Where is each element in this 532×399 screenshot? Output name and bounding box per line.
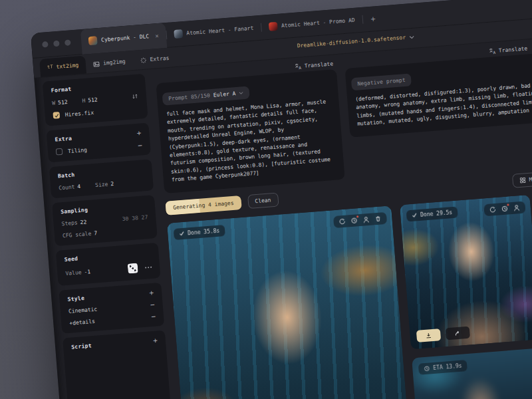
translate-button[interactable]: A Translate <box>294 60 333 70</box>
person-icon[interactable] <box>362 215 370 223</box>
matrix-view-button[interactable]: Matrix view <box>512 169 532 188</box>
model-name: Dreamlike-diffusion-1.0.safetensor <box>297 35 406 49</box>
section-title: Sampling <box>61 202 147 215</box>
translate-icon: A <box>488 47 496 55</box>
tab-divider <box>362 15 363 24</box>
clean-button[interactable]: Clean <box>247 192 279 209</box>
svg-text:A: A <box>299 65 302 70</box>
main-area: A Translate Prompt 85/150 Euler A full f… <box>144 33 532 399</box>
extra-section: Extra + Tiling − <box>47 123 151 163</box>
add-button[interactable]: + <box>153 338 158 342</box>
tiling-toggle[interactable]: Tiling − <box>56 142 142 155</box>
prompt-counter: Prompt 85/150 <box>168 92 210 102</box>
trash-icon[interactable] <box>374 215 382 222</box>
style-item[interactable]: Cinematic − <box>68 302 155 315</box>
txt2img-icon <box>47 65 53 70</box>
share-icon <box>454 329 462 336</box>
prompt-text[interactable]: full face mask and helmet, Mona Lisa, ar… <box>166 98 336 185</box>
translate-button[interactable]: A Translate <box>488 45 527 55</box>
regenerate-icon[interactable] <box>338 217 346 225</box>
batch-size-field[interactable]: 2 <box>110 181 114 187</box>
image-toolbar <box>333 211 387 227</box>
sampler-select[interactable]: Euler A <box>213 90 235 98</box>
window-controls <box>42 39 71 47</box>
check-icon <box>179 231 185 237</box>
steps-field[interactable]: 22 <box>80 219 86 225</box>
generating-image-3[interactable]: ETA 13.9s <box>412 348 532 399</box>
more-button[interactable] <box>145 266 152 268</box>
model-selector[interactable]: Dreamlike-diffusion-1.0.safetensor <box>297 34 414 49</box>
status-badge: Done 35.8s <box>174 225 225 240</box>
person-icon[interactable] <box>513 204 520 211</box>
extras-icon <box>140 57 147 64</box>
add-button[interactable]: + <box>149 291 154 295</box>
dice-icon[interactable] <box>128 263 138 273</box>
batch-section: Batch Count 4 Size 2 <box>49 159 154 198</box>
hires-fix-toggle[interactable]: Hires.fix <box>53 106 139 119</box>
swap-dimensions-icon[interactable] <box>132 93 139 100</box>
notification-dot <box>356 215 359 218</box>
script-section: Script + <box>63 331 170 399</box>
tab-favicon <box>88 36 98 45</box>
chevron-down-icon <box>409 35 414 39</box>
negative-prompt-input[interactable]: Negative prompt (deformed, distorted, di… <box>345 53 532 138</box>
prompt-header: Prompt 85/150 Euler A <box>162 86 250 105</box>
format-section: Format W 512 H 512 Hires. <box>43 74 148 126</box>
image-gallery: Done 35.8s <box>167 184 532 399</box>
status-badge: Done 29.5s <box>406 206 458 221</box>
checkbox-unchecked[interactable] <box>56 148 63 156</box>
history-icon[interactable] <box>501 205 508 212</box>
window-control-dot[interactable] <box>53 41 60 47</box>
tab-extras[interactable]: Extras <box>132 49 178 70</box>
prompt-input[interactable]: Prompt 85/150 Euler A full face mask and… <box>156 69 345 193</box>
grid-icon <box>519 177 526 184</box>
clock-icon <box>424 365 430 372</box>
remove-button[interactable]: − <box>151 315 156 319</box>
tab-label: Atomic Heart - Fanart <box>186 25 254 37</box>
tab-img2img[interactable]: img2img <box>85 52 134 73</box>
generated-image-2[interactable]: Done 29.5s <box>400 194 532 349</box>
content-area: Format W 512 H 512 Hires. <box>34 29 532 399</box>
image-toolbar <box>483 201 525 216</box>
regenerate-icon[interactable] <box>489 205 497 213</box>
section-title: Script <box>71 342 92 350</box>
download-icon <box>425 332 432 339</box>
generate-button[interactable]: Generating 4 images <box>165 196 241 215</box>
section-title: Batch <box>58 166 144 179</box>
checkbox-checked[interactable] <box>53 112 60 119</box>
tab-label: Cyberpunk - DLC <box>101 33 150 43</box>
check-icon <box>412 212 418 218</box>
image-actions <box>416 326 470 342</box>
app-window: Cyberpunk - DLC Atomic Heart - Fanart At… <box>31 0 532 399</box>
img2img-icon <box>93 60 100 67</box>
seed-section: Seed Value -1 <box>56 243 161 286</box>
generated-image-1[interactable]: Done 35.8s <box>167 205 416 399</box>
style-item[interactable]: +details − <box>69 314 156 327</box>
translate-icon: A <box>294 63 302 70</box>
remove-button[interactable]: − <box>150 303 155 307</box>
add-button[interactable]: + <box>136 130 141 135</box>
width-field[interactable]: 512 <box>58 98 68 105</box>
sampling-section: Sampling Steps 22 30 38 27 CFG scale 7 <box>52 195 158 246</box>
remove-button[interactable]: − <box>138 143 142 148</box>
steps-presets[interactable]: 30 38 27 <box>122 214 148 222</box>
window-control-dot[interactable] <box>42 41 49 48</box>
seed-field[interactable]: -1 <box>84 269 90 275</box>
close-icon[interactable] <box>155 32 159 39</box>
tab-favicon <box>269 22 278 31</box>
notification-dot <box>507 203 509 206</box>
tab-favicon <box>174 29 183 39</box>
batch-count-field[interactable]: 4 <box>77 184 81 190</box>
chevron-down-icon <box>239 91 243 95</box>
tab-txt2img[interactable]: txt2img <box>39 56 86 77</box>
svg-text:A: A <box>493 50 496 55</box>
cfg-scale-field[interactable]: 7 <box>94 230 98 236</box>
height-field[interactable]: 512 <box>88 96 98 103</box>
section-title: Extra <box>55 136 72 143</box>
new-tab-button[interactable]: + <box>370 14 376 24</box>
section-title: Format <box>51 81 138 94</box>
window-control-dot[interactable] <box>65 39 71 46</box>
download-button[interactable] <box>416 329 441 342</box>
history-icon[interactable] <box>350 217 358 224</box>
share-button[interactable] <box>446 326 470 340</box>
